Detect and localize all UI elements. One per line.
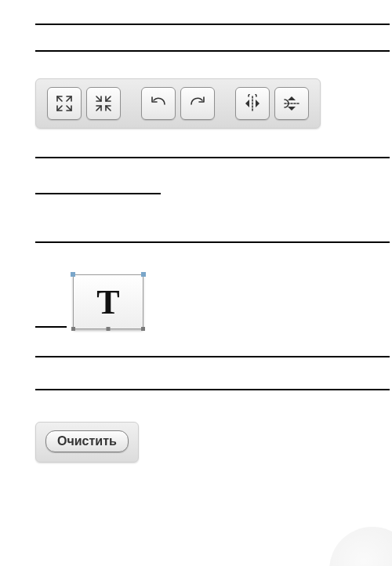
text-tool-row: T	[35, 274, 392, 329]
expand-button[interactable]	[47, 87, 82, 120]
toolbar-group-zoom	[47, 87, 121, 120]
page: T Очистить	[0, 24, 392, 566]
mirror-icon	[243, 94, 262, 113]
decorative-bubble	[329, 527, 392, 566]
flip-button[interactable]	[274, 87, 309, 120]
text-tool-glyph: T	[96, 282, 119, 322]
mirror-button[interactable]	[235, 87, 270, 120]
redo-icon	[188, 94, 207, 113]
text-tool-button[interactable]: T	[73, 274, 143, 329]
toolbar-group-transform	[235, 87, 309, 120]
redo-button[interactable]	[180, 87, 215, 120]
short-rule	[35, 326, 67, 328]
expand-icon	[55, 94, 74, 113]
undo-button[interactable]	[141, 87, 176, 120]
undo-icon	[149, 94, 168, 113]
toolbar	[35, 78, 321, 129]
toolbar-group-history	[141, 87, 215, 120]
clear-button-panel: Очистить	[35, 422, 139, 463]
clear-button[interactable]: Очистить	[45, 430, 129, 452]
contract-icon	[94, 94, 113, 113]
flip-icon	[282, 94, 301, 113]
contract-button[interactable]	[86, 87, 121, 120]
